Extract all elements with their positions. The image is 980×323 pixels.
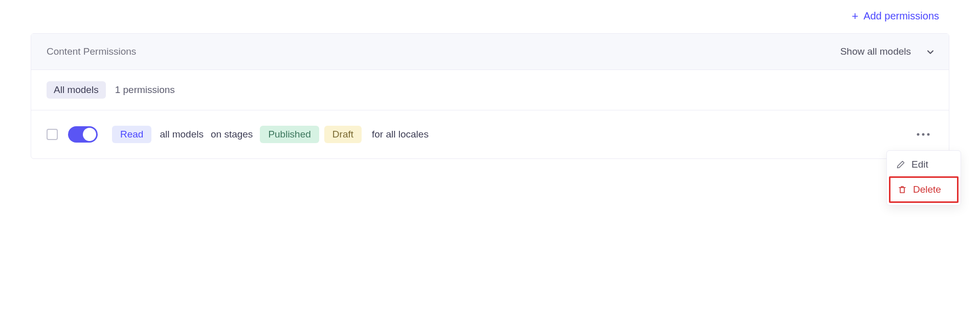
scope-pill: All models xyxy=(47,81,106,99)
svg-point-2 xyxy=(927,133,930,136)
more-actions-button[interactable] xyxy=(913,127,933,142)
filter-dropdown[interactable]: Show all models xyxy=(840,46,933,57)
plus-icon: + xyxy=(852,11,858,22)
menu-delete-label: Delete xyxy=(913,184,941,195)
dots-horizontal-icon xyxy=(916,132,930,136)
permission-toggle[interactable] xyxy=(68,126,98,143)
locale-text: for all locales xyxy=(372,129,429,140)
panel-header: Content Permissions Show all models xyxy=(31,34,949,70)
scope-text: all models xyxy=(160,129,204,140)
summary-row: All models 1 permissions xyxy=(31,70,949,110)
stage-prefix: on stages xyxy=(211,129,253,140)
stage-badge-published: Published xyxy=(260,126,319,143)
svg-point-0 xyxy=(917,133,920,136)
menu-edit-label: Edit xyxy=(911,159,928,170)
menu-item-edit[interactable]: Edit xyxy=(889,153,959,176)
filter-label: Show all models xyxy=(840,46,911,57)
permission-checkbox[interactable] xyxy=(47,129,58,140)
content-permissions-panel: Content Permissions Show all models All … xyxy=(31,33,949,159)
panel-title: Content Permissions xyxy=(47,46,136,57)
pencil-icon xyxy=(896,160,905,169)
permissions-count: 1 permissions xyxy=(115,84,175,96)
action-badge-read: Read xyxy=(112,126,151,143)
permission-row: Read all models on stages Published Draf… xyxy=(31,110,949,158)
add-permissions-label: Add permissions xyxy=(863,10,939,22)
context-menu: Edit Delete xyxy=(886,150,961,205)
trash-icon xyxy=(898,185,907,194)
menu-item-delete[interactable]: Delete xyxy=(889,176,959,203)
add-permissions-button[interactable]: + Add permissions xyxy=(852,10,939,22)
svg-point-1 xyxy=(922,133,925,136)
stage-badge-draft: Draft xyxy=(324,126,362,143)
chevron-down-icon xyxy=(926,48,933,55)
